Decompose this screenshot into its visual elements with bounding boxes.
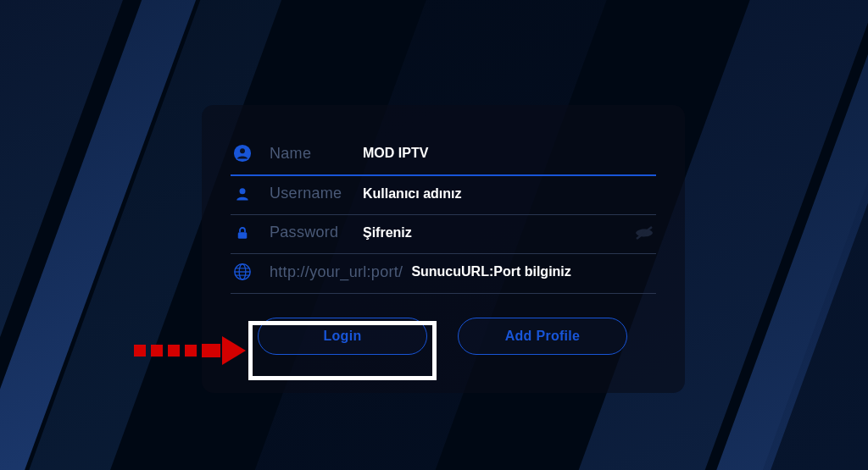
svg-rect-3 — [238, 232, 248, 239]
password-input[interactable]: Şifreniz — [363, 225, 656, 241]
add-profile-button[interactable]: Add Profile — [458, 318, 627, 355]
password-label: Password — [270, 224, 363, 241]
username-label: Username — [270, 185, 363, 202]
svg-point-2 — [240, 188, 246, 194]
username-row[interactable]: Username Kullanıcı adınız — [231, 176, 656, 215]
url-placeholder: http://your_url:port/ — [270, 263, 403, 281]
svg-point-1 — [240, 148, 245, 153]
name-input[interactable]: MOD IPTV — [363, 146, 656, 161]
profile-circle-icon — [231, 144, 254, 163]
visibility-off-icon[interactable] — [634, 225, 654, 244]
name-row[interactable]: Name MOD IPTV — [231, 135, 656, 176]
name-label: Name — [270, 145, 363, 163]
login-panel: Name MOD IPTV Username Kullanıcı adınız … — [202, 105, 685, 393]
globe-icon — [231, 263, 254, 281]
action-buttons: Login Add Profile — [231, 318, 656, 355]
password-row[interactable]: Password Şifreniz — [231, 215, 656, 254]
username-input[interactable]: Kullanıcı adınız — [363, 186, 656, 202]
url-input[interactable]: SunucuURL:Port bilginiz — [411, 264, 656, 279]
login-button[interactable]: Login — [258, 318, 427, 355]
lock-icon — [231, 224, 254, 241]
url-row[interactable]: http://your_url:port/ SunucuURL:Port bil… — [231, 254, 656, 294]
user-icon — [231, 185, 254, 202]
